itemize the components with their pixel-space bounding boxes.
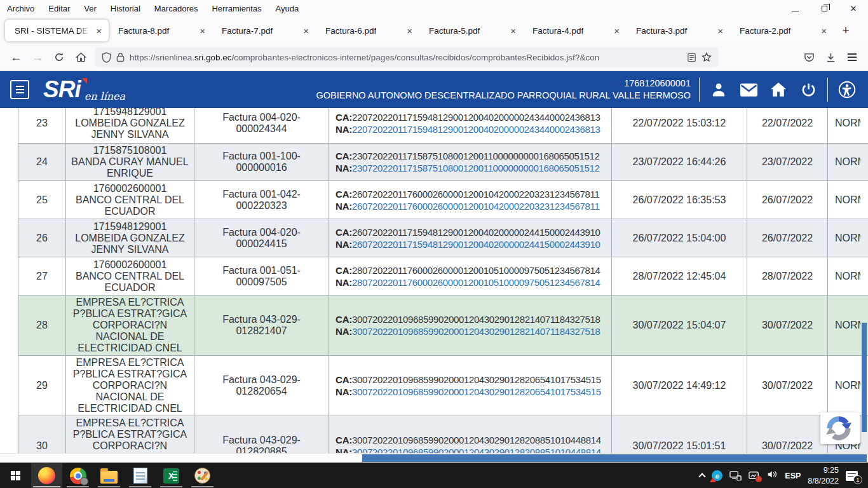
tab-close-icon[interactable]: × <box>509 25 517 37</box>
network-tray-icon[interactable] <box>729 471 742 481</box>
forward-button[interactable]: → <box>27 47 48 67</box>
new-tab-button[interactable]: + <box>836 21 855 40</box>
sidebar-menu-button[interactable] <box>10 80 29 99</box>
table-row[interactable]: 231715948129001LOMBEIDA GONZALEZ JENNY S… <box>18 108 868 144</box>
table-row[interactable]: 290968599020001EMPRESA EL?CTRICA P?BLICA… <box>18 356 868 416</box>
tab-close-icon[interactable]: × <box>820 25 828 37</box>
tab-close-icon[interactable]: × <box>302 25 310 37</box>
sri-logo-tagline: en línea <box>85 90 125 102</box>
taskbar-file-explorer[interactable] <box>93 463 125 488</box>
access-key-cell: CA:3007202201096859902000120430290128208… <box>329 416 612 453</box>
issuer-cell: 1760002600001BANCO CENTRAL DEL ECUADOR <box>66 181 194 219</box>
sri-header: SRi en línea 1768120600001 GOBIERNO AUTO… <box>0 71 868 108</box>
tab-close-icon[interactable]: × <box>405 25 414 37</box>
menu-herramientas[interactable]: Herramientas <box>205 0 268 17</box>
table-row[interactable]: 251760002600001BANCO CENTRAL DEL ECUADOR… <box>18 181 868 219</box>
downloads-button[interactable] <box>820 47 841 67</box>
home-button-sri[interactable] <box>768 79 789 100</box>
vertical-scrollbar-thumb[interactable] <box>862 323 867 432</box>
table-row[interactable]: 241715875108001BANDA CURAY MANUEL ENRIQU… <box>18 144 868 181</box>
url-text: https://srienlinea.sri.gob.ec/comprobant… <box>130 53 682 62</box>
accessibility-icon <box>838 81 856 98</box>
tab-close-icon[interactable]: × <box>95 25 103 37</box>
issuer-cell: 1715948129001LOMBEIDA GONZALEZ JENNY SIL… <box>66 219 194 257</box>
tab-title: Factura-3.pdf <box>636 26 687 36</box>
tab-close-icon[interactable]: × <box>198 25 207 37</box>
menu-ayuda[interactable]: Ayuda <box>268 0 306 17</box>
authorization-number-link[interactable]: 2607202201171594812900120040200000244150… <box>352 239 600 250</box>
issuer-name: EMPRESA EL?CTRICA P?BLICA ESTRAT?GICA CO… <box>70 417 190 453</box>
reader-view-icon[interactable] <box>687 53 696 62</box>
tab-factura-8-pdf[interactable]: Factura-8.pdf× <box>109 17 212 44</box>
row-number-cell: 23 <box>18 108 66 143</box>
na-label: NA: <box>336 124 352 135</box>
volume-tray-icon[interactable] <box>767 470 778 482</box>
menu-historial[interactable]: Historial <box>104 0 147 17</box>
restore-button[interactable] <box>810 0 839 17</box>
horizontal-scrollbar-thumb[interactable] <box>362 454 867 462</box>
start-button[interactable] <box>0 463 31 488</box>
authorization-number-link[interactable]: 2307202201171587510800120011000000000168… <box>352 163 599 173</box>
taskbar-clock[interactable]: 9:25 8/8/2022 <box>808 465 839 487</box>
table-row[interactable]: 261715948129001LOMBEIDA GONZALEZ JENNY S… <box>18 219 868 257</box>
issuer-name: BANDA CURAY MANUEL ENRIQUE <box>70 156 190 179</box>
table-row[interactable]: 271760002600001BANCO CENTRAL DEL ECUADOR… <box>18 257 868 295</box>
authorization-number-link[interactable]: 3007202201096859902000120430290128206541… <box>352 386 601 397</box>
notification-center-button[interactable]: 1 <box>846 471 858 481</box>
taskbar-chrome[interactable] <box>62 463 93 488</box>
tab-factura-7-pdf[interactable]: Factura-7.pdf× <box>212 17 316 44</box>
table-row[interactable]: 300968599020001EMPRESA EL?CTRICA P?BLICA… <box>18 416 868 453</box>
pocket-icon[interactable] <box>798 47 820 67</box>
issuer-ruc: 1715875108001 <box>93 145 167 156</box>
keyboard-language[interactable]: ESP <box>785 471 801 480</box>
issuer-ruc: 1760002600001 <box>93 259 167 271</box>
menu-editar[interactable]: Editar <box>41 0 77 17</box>
close-button[interactable]: × <box>839 0 868 17</box>
taskbar-paint[interactable] <box>187 463 218 488</box>
taskbar-excel[interactable]: X <box>156 463 187 488</box>
auth-datetime-cell: 23/07/2022 16:44:26 <box>612 144 747 180</box>
authorization-number-link[interactable]: 2207202201171594812900120040200000243440… <box>352 124 600 135</box>
app-menu-button[interactable] <box>841 47 863 67</box>
hidden-icons-chevron[interactable] <box>699 473 706 480</box>
tab-sri-active[interactable]: SRI - SISTEMA DE COMP× <box>5 20 109 41</box>
tab-factura-4-pdf[interactable]: Factura-4.pdf× <box>523 17 627 44</box>
tab-title: Factura-5.pdf <box>429 26 480 36</box>
bookmark-star-icon[interactable] <box>702 52 712 62</box>
tab-factura-2-pdf[interactable]: Factura-2.pdf× <box>730 17 834 44</box>
sri-logo[interactable]: SRi en línea <box>43 78 125 102</box>
authorization-number-link[interactable]: 3007202201096859902000120430290128214071… <box>352 326 600 337</box>
profile-button[interactable] <box>708 79 729 100</box>
tab-close-icon[interactable]: × <box>716 25 724 37</box>
menu-ver[interactable]: Ver <box>77 0 104 17</box>
tab-close-icon[interactable]: × <box>613 25 621 37</box>
recaptcha-badge[interactable] <box>820 412 860 444</box>
menu-archivo[interactable]: Archivo <box>0 0 41 17</box>
accessibility-button[interactable] <box>836 79 858 100</box>
authorization-number-link[interactable]: 3007202201096859902000120430290128208851… <box>352 447 601 453</box>
logout-button[interactable] <box>797 79 819 100</box>
home-icon <box>76 52 86 62</box>
menu-marcadores[interactable]: Marcadores <box>147 0 205 17</box>
reload-button[interactable] <box>48 47 70 67</box>
table-row[interactable]: 280968599020001EMPRESA EL?CTRICA P?BLICA… <box>18 295 868 356</box>
screen: ArchivoEditarVerHistorialMarcadoresHerra… <box>0 0 868 488</box>
home-button[interactable] <box>70 47 92 67</box>
ca-label: CA: <box>336 314 352 325</box>
taskbar-notepad[interactable] <box>125 463 156 488</box>
tab-factura-3-pdf[interactable]: Factura-3.pdf× <box>627 17 730 44</box>
alert-tray-icon[interactable]: ! <box>749 471 760 480</box>
taskbar-firefox[interactable] <box>31 463 62 488</box>
tab-title: SRI - SISTEMA DE COMP <box>15 26 90 36</box>
tab-factura-5-pdf[interactable]: Factura-5.pdf× <box>419 17 523 44</box>
authorization-number-link[interactable]: 2607202201176000260000120010420002203231… <box>352 201 599 212</box>
document-cell: Factura 004-020-000024344 <box>194 108 329 143</box>
tab-factura-6-pdf[interactable]: Factura-6.pdf× <box>316 17 419 44</box>
authorization-number-link[interactable]: 2807202201176000260000120010510000975051… <box>352 277 600 288</box>
messages-button[interactable] <box>738 79 759 100</box>
document-cell: Factura 001-100-000000016 <box>194 144 329 180</box>
antivirus-tray-icon[interactable]: e <box>712 470 722 481</box>
minimize-button[interactable] <box>780 0 810 17</box>
url-bar[interactable]: https://srienlinea.sri.gob.ec/comprobant… <box>95 47 718 67</box>
back-button[interactable]: ← <box>5 47 27 67</box>
